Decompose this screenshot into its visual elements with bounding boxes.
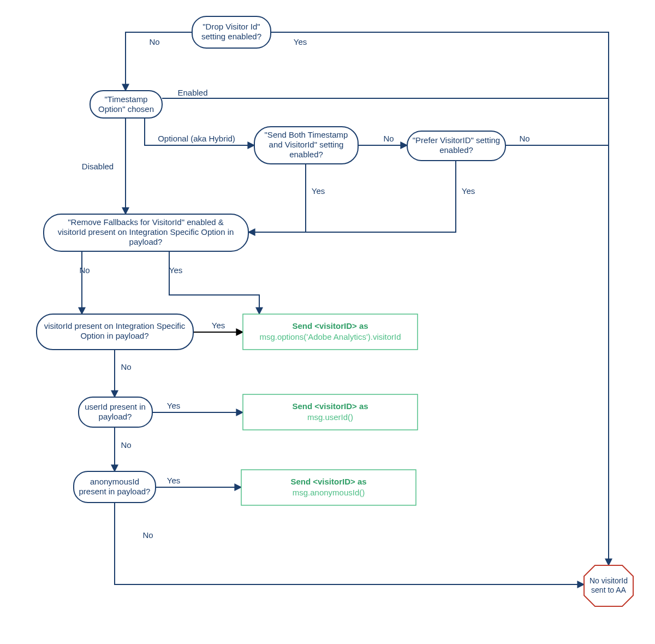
node-remove-fallbacks: "Remove Fallbacks for VisitorId" enabled… bbox=[44, 214, 248, 251]
node-result-visitor: Send <visitorID> as msg.options('Adobe A… bbox=[243, 314, 418, 350]
svg-text:msg.options('Adobe Analytics'): msg.options('Adobe Analytics').visitorId bbox=[259, 332, 401, 341]
node-drop-visitor: "Drop Visitor Id" setting enabled? bbox=[192, 16, 271, 48]
svg-text:sent to AA: sent to AA bbox=[591, 586, 626, 594]
svg-text:and VisitorId" setting: and VisitorId" setting bbox=[269, 140, 344, 149]
svg-text:payload?: payload? bbox=[129, 237, 163, 246]
svg-text:msg.userId(): msg.userId() bbox=[307, 412, 353, 422]
svg-text:"Remove Fallbacks for VisitorI: "Remove Fallbacks for VisitorId" enabled… bbox=[68, 217, 224, 227]
svg-text:anonymousId: anonymousId bbox=[90, 477, 139, 486]
svg-text:Send <visitorID>  as: Send <visitorID> as bbox=[292, 401, 368, 411]
edge-prefer-yes: Yes bbox=[462, 186, 475, 196]
node-anonid-present: anonymousId present in payload? bbox=[74, 471, 156, 503]
edge-drop-no: No bbox=[149, 37, 159, 46]
svg-text:"Timestamp: "Timestamp bbox=[105, 94, 148, 104]
edge-up-yes: Yes bbox=[167, 401, 180, 410]
node-timestamp-option: "Timestamp Option" chosen bbox=[90, 91, 162, 118]
svg-text:"Prefer VisitorID" setting: "Prefer VisitorID" setting bbox=[413, 135, 500, 145]
edge-sendboth-yes: Yes bbox=[312, 186, 325, 196]
edge-ts-enabled: Enabled bbox=[177, 88, 207, 97]
svg-text:Option" chosen: Option" chosen bbox=[98, 104, 154, 114]
svg-text:No visitorId: No visitorId bbox=[590, 576, 628, 585]
edge-ts-optional: Optional (aka Hybrid) bbox=[158, 134, 235, 143]
svg-text:msg.anonymousId(): msg.anonymousId() bbox=[293, 488, 365, 497]
node-send-both: "Send Both Timestamp and VisitorId" sett… bbox=[254, 127, 358, 164]
edge-drop-yes: Yes bbox=[294, 37, 307, 46]
edge-ts-disabled: Disabled bbox=[82, 162, 114, 171]
svg-text:enabled?: enabled? bbox=[439, 145, 473, 155]
svg-text:Send <visitorID> as: Send <visitorID> as bbox=[292, 321, 368, 330]
svg-text:"Send Both Timestamp: "Send Both Timestamp bbox=[265, 130, 348, 139]
node-stop: No visitorId sent to AA bbox=[584, 565, 633, 606]
edge-rf-no: No bbox=[79, 265, 90, 275]
node-result-user: Send <visitorID> as msg.userId() bbox=[243, 394, 418, 430]
svg-text:Send <visitorID> as: Send <visitorID> as bbox=[290, 477, 366, 486]
svg-text:visitorId present on Integrati: visitorId present on Integration Specifi… bbox=[44, 321, 186, 330]
edge-rf-yes: Yes bbox=[169, 265, 182, 275]
edge-prefer-no: No bbox=[519, 134, 529, 143]
svg-text:present in payload?: present in payload? bbox=[79, 487, 151, 496]
edge-vp-yes: Yes bbox=[212, 321, 225, 330]
edge-ap-no: No bbox=[142, 530, 153, 540]
node-userid-present: userId present in payload? bbox=[79, 397, 152, 427]
node-visitorid-present: visitorId present on Integration Specifi… bbox=[37, 314, 193, 350]
node-prefer-visitor: "Prefer VisitorID" setting enabled? bbox=[407, 131, 505, 161]
svg-text:payload?: payload? bbox=[99, 412, 132, 421]
svg-text:userId present in: userId present in bbox=[85, 402, 146, 411]
flowchart: No Yes Enabled Disabled Optional (aka Hy… bbox=[0, 0, 655, 644]
svg-text:enabled?: enabled? bbox=[289, 150, 323, 159]
edge-up-no: No bbox=[121, 440, 131, 450]
edge-sendboth-no: No bbox=[383, 134, 394, 143]
edge-vp-no: No bbox=[121, 362, 131, 371]
svg-text:setting enabled?: setting enabled? bbox=[201, 32, 261, 41]
edge-ap-yes: Yes bbox=[167, 476, 180, 485]
svg-text:"Drop Visitor Id": "Drop Visitor Id" bbox=[203, 22, 260, 31]
svg-text:visitorId present on Integrati: visitorId present on Integration Specifi… bbox=[58, 227, 234, 237]
svg-text:Option in payload?: Option in payload? bbox=[80, 331, 148, 340]
node-result-anon: Send <visitorID> as msg.anonymousId() bbox=[241, 470, 416, 505]
